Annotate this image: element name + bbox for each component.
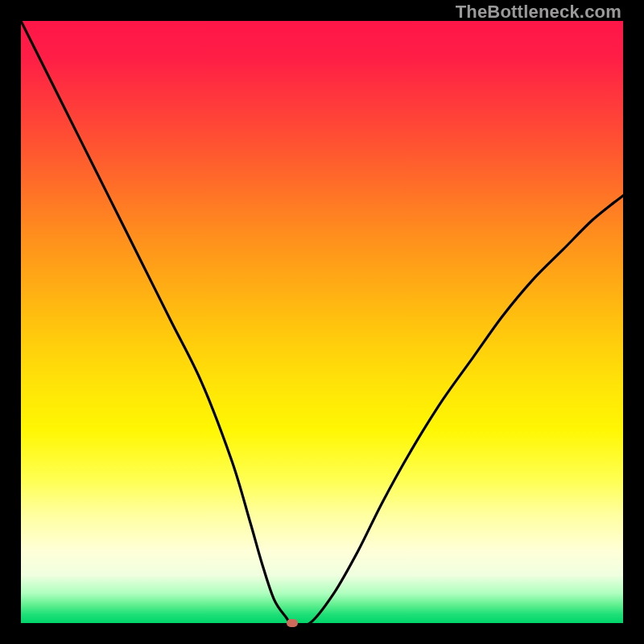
chart-plot-area xyxy=(21,21,623,623)
optimum-marker xyxy=(287,619,298,627)
watermark-text: TheBottleneck.com xyxy=(456,2,621,23)
chart-frame: TheBottleneck.com xyxy=(0,0,644,644)
bottleneck-curve xyxy=(21,21,623,623)
curve-path xyxy=(21,21,623,623)
